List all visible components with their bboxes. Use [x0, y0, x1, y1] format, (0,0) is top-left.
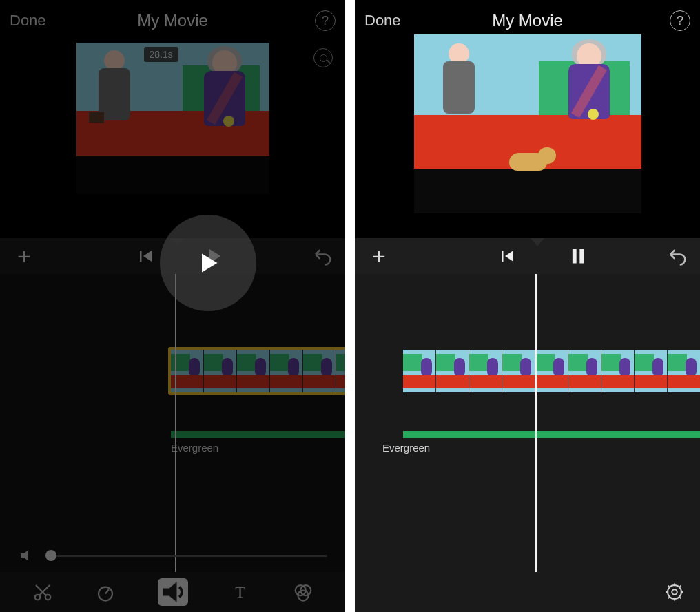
volume-thumb[interactable] — [45, 550, 56, 561]
editor-screen-left: Done My Movie ? 28.1s + — [0, 0, 345, 612]
edit-toolbar — [355, 572, 700, 612]
timeline[interactable]: Evergreen T — [0, 274, 345, 612]
header: Done My Movie ? — [355, 0, 700, 41]
volume-slider[interactable] — [48, 555, 327, 557]
settings-button[interactable] — [664, 582, 685, 602]
undo-button[interactable] — [312, 246, 333, 266]
done-button[interactable]: Done — [10, 12, 46, 30]
cut-tab[interactable] — [32, 582, 53, 602]
clip-duration-badge: 28.1s — [144, 47, 178, 62]
speed-tab[interactable] — [95, 582, 116, 602]
done-button[interactable]: Done — [364, 12, 401, 30]
playhead-marker-icon — [171, 238, 185, 246]
editor-screen-right: Done My Movie ? + — [355, 0, 700, 612]
video-track — [403, 350, 700, 392]
audio-tab[interactable] — [158, 578, 188, 606]
skip-start-button[interactable] — [500, 248, 516, 264]
help-button[interactable]: ? — [315, 10, 336, 31]
audio-track-label: Evergreen — [171, 442, 218, 454]
video-track — [171, 350, 345, 392]
header: Done My Movie ? — [0, 0, 345, 41]
clip-thumbnails[interactable] — [403, 350, 700, 392]
question-icon: ? — [677, 14, 683, 28]
skip-start-button[interactable] — [138, 248, 154, 264]
add-media-button[interactable]: + — [12, 244, 36, 268]
add-media-button[interactable]: + — [367, 244, 391, 268]
clip-thumbnails[interactable] — [171, 350, 345, 392]
volume-row — [0, 542, 345, 569]
text-tab[interactable]: T — [230, 582, 251, 602]
audio-track-label: Evergreen — [382, 442, 430, 454]
playhead[interactable] — [535, 274, 537, 598]
help-button[interactable]: ? — [670, 10, 690, 31]
playhead-marker-icon — [531, 238, 544, 246]
filters-tab[interactable] — [293, 582, 313, 602]
svg-rect-7 — [502, 251, 504, 262]
pause-button[interactable] — [568, 246, 588, 266]
svg-point-11 — [672, 589, 677, 595]
svg-rect-0 — [140, 251, 142, 262]
edit-toolbar: T — [0, 572, 345, 612]
svg-rect-9 — [579, 249, 584, 264]
video-preview: 28.1s — [76, 43, 269, 194]
video-preview — [414, 34, 641, 213]
transport-bar: + — [355, 238, 700, 274]
transport-bar: + — [0, 238, 345, 274]
project-title: My Movie — [137, 11, 208, 30]
mute-icon[interactable] — [18, 547, 34, 564]
project-title: My Movie — [492, 11, 563, 30]
svg-rect-8 — [573, 249, 577, 264]
audio-track[interactable] — [171, 431, 345, 438]
question-icon: ? — [322, 14, 329, 28]
play-button[interactable] — [204, 246, 223, 266]
undo-button[interactable] — [667, 246, 688, 266]
zoom-icon[interactable] — [313, 48, 333, 67]
audio-track[interactable] — [403, 431, 700, 438]
timeline[interactable]: Evergreen — [355, 274, 700, 612]
